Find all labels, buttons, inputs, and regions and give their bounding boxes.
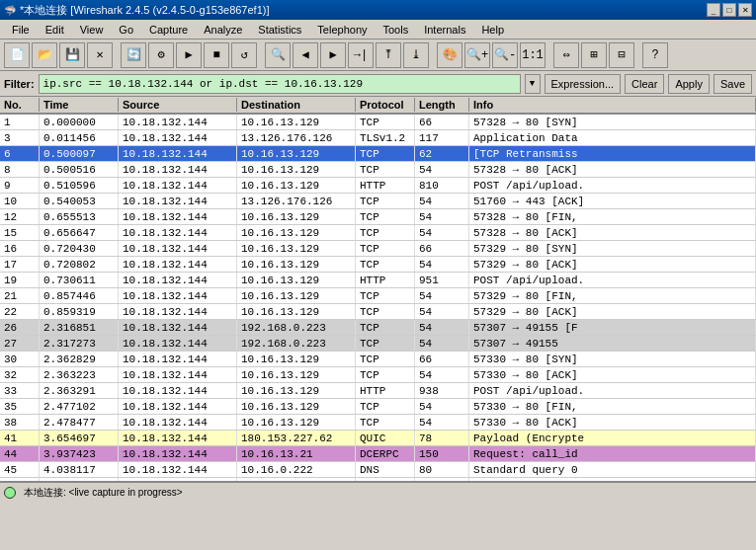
menu-go[interactable]: Go xyxy=(111,22,141,38)
cell-src: 10.18.132.144 xyxy=(119,383,237,398)
cell-dst: 10.16.13.129 xyxy=(237,383,356,398)
table-row[interactable]: 262.31685110.18.132.144192.168.0.223TCP5… xyxy=(0,320,756,336)
table-row[interactable]: 443.93742310.18.132.14410.16.13.21DCERPC… xyxy=(0,446,756,462)
table-row[interactable]: 454.03811710.18.132.14410.16.0.222DNS80S… xyxy=(0,462,756,478)
col-header-len: Length xyxy=(415,98,469,112)
cell-time: 0.720430 xyxy=(40,241,119,256)
table-row[interactable]: 60.50009710.18.132.14410.16.13.129TCP62[… xyxy=(0,146,756,162)
table-row[interactable]: 352.47710210.18.132.14410.16.13.129TCP54… xyxy=(0,399,756,415)
cell-info: 57328 → 80 [ACK] xyxy=(469,162,756,177)
zoom-in-button[interactable]: 🔍+ xyxy=(464,42,490,68)
maximize-button[interactable]: □ xyxy=(722,3,736,17)
filter-dropdown[interactable]: ▼ xyxy=(525,74,541,94)
zoom-100-button[interactable]: 1:1 xyxy=(520,42,546,68)
menu-telephony[interactable]: Telephony xyxy=(309,22,375,38)
menu-internals[interactable]: Internals xyxy=(416,22,473,38)
cell-src: 10.18.132.144 xyxy=(119,162,237,177)
bottom-button[interactable]: ⤓ xyxy=(403,42,429,68)
table-row[interactable]: 160.72043010.18.132.14410.16.13.129TCP66… xyxy=(0,241,756,257)
table-row[interactable]: 413.65469710.18.132.144180.153.227.62QUI… xyxy=(0,431,756,446)
cell-time: 0.656647 xyxy=(40,225,119,240)
forward-button[interactable]: ▶ xyxy=(320,42,346,68)
collapse-button[interactable]: ⊟ xyxy=(609,42,634,68)
cell-proto: TCP xyxy=(356,194,415,208)
cell-info: 57307 → 49155 [F xyxy=(469,320,756,335)
table-row[interactable]: 80.50051610.18.132.14410.16.13.129TCP545… xyxy=(0,162,756,178)
menu-view[interactable]: View xyxy=(72,22,112,38)
restart-button[interactable]: ↺ xyxy=(231,42,257,68)
apply-button[interactable]: Apply xyxy=(668,74,710,94)
go-to-button[interactable]: →| xyxy=(348,42,374,68)
cell-src: 10.18.132.144 xyxy=(119,257,237,272)
cell-info: Request: call_id xyxy=(469,446,756,461)
table-row[interactable]: 332.36329110.18.132.14410.16.13.129HTTP9… xyxy=(0,383,756,399)
table-row[interactable]: 190.73061110.18.132.14410.16.13.129HTTP9… xyxy=(0,273,756,288)
cell-time: 2.317273 xyxy=(40,336,119,351)
cell-proto: TCP xyxy=(356,288,415,303)
menu-statistics[interactable]: Statistics xyxy=(250,22,309,38)
top-button[interactable]: ⤒ xyxy=(376,42,401,68)
cell-src: 10.18.132.144 xyxy=(119,367,237,382)
minimize-button[interactable]: _ xyxy=(707,3,720,17)
table-row[interactable]: 220.85931910.18.132.14410.16.13.129TCP54… xyxy=(0,304,756,320)
filter-input[interactable] xyxy=(39,74,521,94)
new-button[interactable]: 📄 xyxy=(4,42,30,68)
cell-len: 938 xyxy=(415,383,469,398)
cell-info: 57329 → 80 [FIN, xyxy=(469,288,756,303)
zoom-out-button[interactable]: 🔍- xyxy=(492,42,518,68)
menu-edit[interactable]: Edit xyxy=(38,22,72,38)
cell-src: 10.18.132.144 xyxy=(119,288,237,303)
table-row[interactable]: 150.65664710.18.132.14410.16.13.129TCP54… xyxy=(0,225,756,241)
cell-no: 41 xyxy=(0,431,40,445)
stop-button[interactable]: ■ xyxy=(204,42,229,68)
table-row[interactable]: 10.00000010.18.132.14410.16.13.129TCP665… xyxy=(0,115,756,130)
app-icon: 🦈 xyxy=(4,5,16,16)
table-row[interactable]: 30.01145610.18.132.14413.126.176.126TLSv… xyxy=(0,130,756,146)
col-header-dst: Destination xyxy=(237,98,356,112)
cell-time: 0.000000 xyxy=(40,115,119,129)
table-row[interactable]: 120.65551310.18.132.14410.16.13.129TCP54… xyxy=(0,209,756,225)
save-button[interactable]: 💾 xyxy=(59,42,85,68)
menu-help[interactable]: Help xyxy=(473,22,512,38)
cell-dst: 10.16.13.129 xyxy=(237,399,356,414)
close-file-button[interactable]: ✕ xyxy=(87,42,113,68)
cell-no: 27 xyxy=(0,336,40,351)
menu-capture[interactable]: Capture xyxy=(141,22,196,38)
cell-len: 80 xyxy=(415,462,469,477)
cell-time: 0.720802 xyxy=(40,257,119,272)
help-tb-button[interactable]: ? xyxy=(642,42,668,68)
expand-button[interactable]: ⊞ xyxy=(581,42,607,68)
cell-src: 10.18.132.144 xyxy=(119,352,237,366)
reload-button[interactable]: 🔄 xyxy=(121,42,146,68)
back-button[interactable]: ◀ xyxy=(293,42,318,68)
resize-cols-button[interactable]: ⇔ xyxy=(553,42,579,68)
col-header-no: No. xyxy=(0,98,40,112)
start-button[interactable]: ▶ xyxy=(176,42,202,68)
cell-no: 21 xyxy=(0,288,40,303)
capture-opts-button[interactable]: ⚙ xyxy=(148,42,174,68)
cell-no: 8 xyxy=(0,162,40,177)
open-button[interactable]: 📂 xyxy=(32,42,57,68)
table-row[interactable]: 322.36322310.18.132.14410.16.13.129TCP54… xyxy=(0,367,756,383)
cell-dst: 10.16.13.21 xyxy=(237,446,356,461)
find-button[interactable]: 🔍 xyxy=(265,42,291,68)
clear-button[interactable]: Clear xyxy=(625,74,664,94)
menu-analyze[interactable]: Analyze xyxy=(196,22,250,38)
cell-proto: TCP xyxy=(356,241,415,256)
table-row[interactable]: 382.47847710.18.132.14410.16.13.129TCP54… xyxy=(0,415,756,431)
colorize-button[interactable]: 🎨 xyxy=(437,42,462,68)
cell-proto: QUIC xyxy=(356,431,415,445)
menu-file[interactable]: File xyxy=(4,22,38,38)
table-row[interactable]: 170.72080210.18.132.14410.16.13.129TCP54… xyxy=(0,257,756,273)
table-row[interactable]: 302.36282910.18.132.14410.16.13.129TCP66… xyxy=(0,352,756,367)
cell-no: 33 xyxy=(0,383,40,398)
save-filter-button[interactable]: Save xyxy=(714,74,752,94)
cell-time: 4.038117 xyxy=(40,462,119,477)
menu-tools[interactable]: Tools xyxy=(376,22,417,38)
close-button[interactable]: ✕ xyxy=(738,3,752,17)
table-row[interactable]: 272.31727310.18.132.144192.168.0.223TCP5… xyxy=(0,336,756,352)
table-row[interactable]: 90.51059610.18.132.14410.16.13.129HTTP81… xyxy=(0,178,756,194)
table-row[interactable]: 210.85744610.18.132.14410.16.13.129TCP54… xyxy=(0,288,756,304)
table-row[interactable]: 100.54005310.18.132.14413.126.176.126TCP… xyxy=(0,194,756,209)
expression-button[interactable]: Expression... xyxy=(545,74,622,94)
